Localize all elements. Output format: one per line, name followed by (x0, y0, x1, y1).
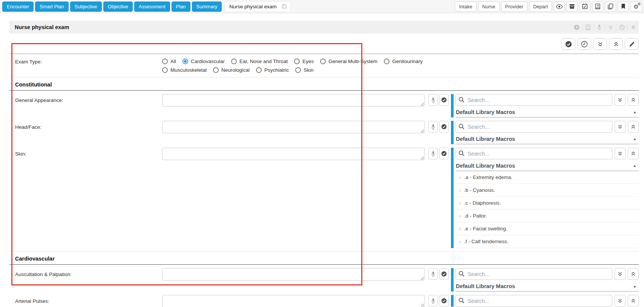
expand-all-button[interactable] (609, 38, 623, 50)
macro-library-header[interactable]: Default Library Macros ▲ (455, 280, 639, 292)
macro-library-header[interactable]: Default Library Macros ▲ (455, 133, 639, 144)
accept-field-button[interactable] (439, 94, 449, 106)
macro-item-cyanosis[interactable]: ‹.b - Cyanosis. (455, 184, 639, 197)
tab-encounter[interactable]: Encounter (2, 2, 34, 12)
textarea-wrap (162, 121, 425, 135)
section-cardiovascular: Cardiovascular (9, 251, 639, 265)
head-face-textarea[interactable] (162, 121, 425, 133)
radio-cardiovascular[interactable]: Cardiovascular (182, 59, 225, 64)
tab-smart-plan[interactable]: Smart Plan (35, 2, 68, 12)
radio-icon (182, 59, 188, 64)
exam-name-box: Nurse physical exam (225, 1, 291, 12)
history-button[interactable] (577, 38, 591, 50)
bookmark-button[interactable] (618, 2, 629, 12)
radio-psychiatric[interactable]: Psychiatric (256, 67, 289, 73)
triangle-up-icon: ▲ (633, 284, 636, 288)
dictate-field-button[interactable] (428, 268, 438, 280)
macro-library-header[interactable]: Default Library Macros ▲ (455, 159, 639, 171)
expand-macros-button[interactable] (615, 148, 626, 159)
panel-titlebar: Nurse physical exam ✕ (9, 21, 639, 34)
save-icon[interactable] (281, 3, 287, 9)
radio-skin[interactable]: Skin (295, 67, 313, 73)
radio-neurological[interactable]: Neurological (213, 67, 250, 73)
expand-macros-button[interactable] (615, 268, 626, 280)
macro-item-extremity-edema[interactable]: ‹.a - Extremity edema. (455, 171, 639, 184)
accept-field-button[interactable] (439, 121, 449, 133)
macro-search-input[interactable] (455, 94, 612, 106)
tab-subjective[interactable]: Subjective (70, 2, 102, 12)
macro-search-input[interactable] (455, 148, 612, 159)
macro-library-button[interactable] (582, 24, 593, 31)
edit-button[interactable] (625, 38, 639, 50)
textarea-wrap (162, 94, 425, 108)
help-button[interactable] (571, 24, 582, 31)
macro-search-input[interactable] (455, 268, 612, 280)
expand-macros-button[interactable] (615, 295, 626, 307)
macro-item-diaphoresis[interactable]: ‹.c - Diaphoresis. (455, 197, 639, 210)
tab-assessment[interactable]: Assessment (134, 2, 170, 12)
stage-provider-button[interactable]: Provider (501, 2, 527, 12)
book-icon (585, 25, 591, 30)
collapse-macros-button[interactable] (628, 268, 639, 280)
archive-button[interactable] (566, 2, 578, 12)
double-chevron-down-icon (618, 151, 623, 156)
radio-musculoskeletal[interactable]: Musculoskeletal (162, 67, 207, 73)
field-row-general-appearance: General Appearance: (9, 94, 639, 117)
chevron-left-icon: ‹ (459, 175, 461, 180)
field-label: Arterial Pulses: (9, 295, 162, 304)
copy-button[interactable] (605, 2, 616, 12)
tab-summary[interactable]: Summary (192, 2, 222, 12)
macro-item-facial-swelling[interactable]: ‹.e - Facial swelling. (455, 222, 639, 235)
collapse-macros-button[interactable] (628, 94, 639, 106)
radio-ear-nose-throat[interactable]: Ear, Nose and Throat (231, 59, 288, 64)
radio-label: General Multi-System (328, 59, 377, 64)
settings-button[interactable]: ⚙⚙ (630, 2, 642, 12)
macro-library-title: Default Library Macros (456, 109, 515, 115)
dictate-button[interactable] (593, 24, 605, 31)
schedule-button[interactable] (579, 2, 590, 12)
accept-field-button[interactable] (439, 295, 449, 307)
dictate-field-button[interactable] (428, 121, 438, 133)
disable-button[interactable] (616, 24, 627, 31)
radio-icon (294, 59, 300, 64)
macro-library-header[interactable]: Default Library Macros ▲ (455, 106, 639, 117)
tab-plan[interactable]: Plan (172, 2, 190, 12)
radio-genitourinary[interactable]: Genitourinary (384, 59, 423, 64)
dictate-field-button[interactable] (428, 94, 438, 106)
tab-objective[interactable]: Objective (103, 2, 133, 12)
library-button[interactable] (592, 2, 603, 12)
radio-eyes[interactable]: Eyes (294, 59, 314, 64)
dictate-field-button[interactable] (428, 295, 438, 307)
macro-item-calf-tenderness[interactable]: ‹.f - Calf tenderness. (455, 235, 639, 248)
radio-all[interactable]: All (162, 59, 176, 64)
stage-nurse-button[interactable]: Nurse (478, 2, 500, 12)
dictate-field-button[interactable] (428, 148, 438, 159)
stage-depart-button[interactable]: Depart (529, 2, 552, 12)
close-button[interactable]: ✕ (627, 24, 639, 31)
collapse-all-button[interactable] (593, 38, 607, 50)
skin-textarea[interactable] (162, 148, 425, 160)
collapse-macros-button[interactable] (628, 295, 639, 307)
macro-search-input[interactable] (455, 295, 612, 307)
expand-macros-button[interactable] (615, 94, 626, 106)
preview-button[interactable] (554, 2, 565, 12)
actions-row (9, 38, 639, 50)
accept-field-button[interactable] (439, 268, 449, 280)
radio-icon (295, 67, 301, 73)
radio-general-multi-system[interactable]: General Multi-System (320, 59, 377, 64)
collapse-macros-button[interactable] (628, 121, 639, 133)
collapse-panel-button[interactable] (605, 24, 616, 31)
macro-item-pallor[interactable]: ‹.d - Pallor. (455, 210, 639, 222)
general-appearance-textarea[interactable] (162, 94, 425, 106)
stage-intake-button[interactable]: Intake (455, 2, 476, 12)
arterial-pulses-textarea[interactable] (162, 295, 425, 307)
microphone-icon (431, 151, 435, 157)
macro-panel: Default Library Macros ▲ (451, 268, 639, 292)
macro-search-input[interactable] (455, 121, 612, 133)
accept-field-button[interactable] (439, 148, 449, 159)
complete-button[interactable] (561, 38, 575, 50)
collapse-macros-button[interactable] (628, 148, 639, 159)
auscultation-textarea[interactable] (162, 268, 425, 281)
expand-macros-button[interactable] (615, 121, 626, 133)
macro-search-row (455, 295, 639, 307)
